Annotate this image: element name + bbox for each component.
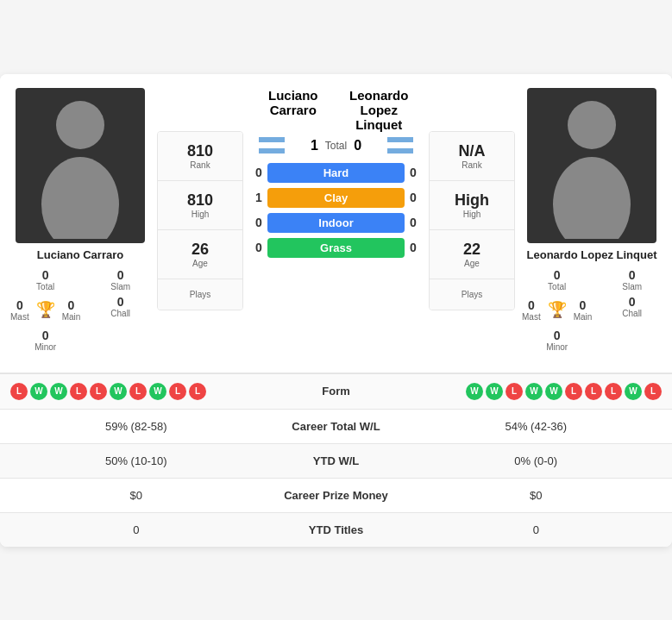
form-badge: L [70,383,87,400]
form-badge: W [30,383,47,400]
player2-name: Leonardo Lopez Linquet [527,248,657,261]
center-section: Luciano Carraro Leonardo Lopez Linquet 1… [247,88,425,352]
form-badge: L [90,383,107,400]
player2-card: Leonardo Lopez Linquet 0 Total 0 Slam 0 … [518,88,665,352]
form-badge: W [525,383,543,400]
player2-chall-value: 0 [629,295,636,309]
player2-chall-label: Chall [622,309,642,318]
form-badge: W [545,383,562,400]
player1-avatar [16,88,145,243]
form-badge: L [565,383,582,400]
player1-plays-label: Plays [190,290,210,299]
form-badge: L [644,383,662,400]
form-badge: L [10,383,28,400]
player2-main-value: 0 [580,298,587,312]
surface-p2-score: 0 [405,216,422,229]
player2-mast-label: Mast [522,312,541,322]
svg-point-2 [568,101,616,149]
player2-main-label: Main [574,312,593,322]
surface-rows: 0 Hard 0 1 Clay 0 0 Indoor 0 0 Grass 0 [250,163,422,258]
form-badge: L [585,383,602,400]
form-row: LWWLLWLWLLFormWWLWWLLLWL [0,374,672,410]
player2-age-value: 22 [463,241,480,259]
player1-high-label: High [192,210,210,219]
surface-row-grass: 0 Grass 0 [250,238,422,258]
player2-plays-stat: Plays [430,279,514,310]
surface-p2-score: 0 [405,241,422,254]
surface-p2-score: 0 [405,166,422,179]
player2-minor-label: Minor [546,342,568,352]
top-section: Luciano Carraro 0 Total 0 Slam 0 Mast 🏆 [0,74,672,366]
stat-label-3: YTD Titles [259,523,414,536]
player2-flag [379,137,422,154]
player1-name: Luciano Carraro [37,248,123,261]
surface-badge-indoor: Indoor [267,213,405,233]
player1-form-badges: LWWLLWLWLL [10,383,297,400]
player1-plays-stat: Plays [158,279,242,310]
stat-p2-value-2: $0 [414,489,659,502]
form-badge: L [605,383,622,400]
stats-row-1: 50% (10-10) YTD W/L 0% (0-0) [0,444,672,479]
form-label: Form [302,385,371,398]
player1-total-score: 1 [311,138,318,153]
stat-p2-value-3: 0 [414,523,659,536]
player2-high-label: High [463,210,481,219]
player1-slam-value: 0 [117,268,124,282]
player2-total-value: 0 [554,268,561,282]
player1-total-label: Total [36,282,54,291]
player2-plays-label: Plays [462,290,482,299]
form-badge: W [110,383,127,400]
player2-age-label: Age [464,259,480,268]
stat-p1-value-3: 0 [14,523,259,536]
player1-minor-label: Minor [35,342,56,352]
stat-label-0: Career Total W/L [259,420,414,433]
form-badge: L [169,383,186,400]
center-player2-name: Leonardo Lopez Linquet [336,88,423,132]
player1-chall-value: 0 [117,295,124,309]
player2-form-badges: WWLWWLLLWL [376,383,663,400]
player2-stats: 0 Total 0 Slam 0 Mast 🏆 0 Main [518,268,665,352]
stats-row-0: 59% (82-58) Career Total W/L 54% (42-36) [0,410,672,444]
stats-row-2: $0 Career Prize Money $0 [0,479,672,513]
player1-rank-value: 810 [187,142,213,160]
surface-badge-grass: Grass [267,238,405,258]
player1-slam-cell: 0 Slam [91,268,150,291]
player2-total-score: 0 [354,138,361,153]
player1-chall-cell: 0 Chall [91,295,150,325]
player1-stats: 0 Total 0 Slam 0 Mast 🏆 0 Main [7,268,154,352]
stat-p2-value-1: 0% (0-0) [414,454,659,467]
svg-point-3 [553,157,631,239]
surface-row-indoor: 0 Indoor 0 [250,213,422,233]
stat-p1-value-2: $0 [14,489,259,502]
surface-p1-score: 1 [250,191,267,204]
stat-label-2: Career Prize Money [259,489,414,502]
player2-mast-value: 0 [528,298,535,312]
player1-high-value: 810 [187,191,213,210]
player2-chall-cell: 0 Chall [602,295,662,325]
player1-main-label: Main [62,312,81,322]
stat-p1-value-0: 59% (82-58) [14,420,259,433]
player2-high-value: High [455,191,489,210]
stat-p2-value-0: 54% (42-36) [414,420,659,433]
player1-card: Luciano Carraro 0 Total 0 Slam 0 Mast 🏆 [7,88,154,352]
player1-mid-panel: 810 Rank 810 High 26 Age Plays [157,131,243,310]
player1-flag [250,137,293,154]
player1-rank-stat: 810 Rank [158,132,242,181]
trophy-icon-1: 🏆 [36,300,55,319]
player2-total-cell: 0 Total [522,268,592,291]
player1-minor-value: 0 [42,329,49,342]
player1-minor-cell: 0 Minor [10,329,80,352]
surface-p1-score: 0 [250,241,267,254]
stats-row-3: 0 YTD Titles 0 [0,513,672,547]
total-score-row: 1 Total 0 [293,138,380,153]
player2-slam-cell: 0 Slam [602,268,662,291]
player2-avatar [527,88,656,243]
player1-trophy-row: 0 Mast 🏆 0 Main [10,298,80,322]
player2-slam-value: 0 [629,268,636,282]
surface-p1-score: 0 [250,216,267,229]
player2-main-cell: 0 Main [574,298,593,322]
form-badge: W [486,383,503,400]
player1-age-stat: 26 Age [158,230,242,279]
player1-rank-label: Rank [190,160,210,170]
form-badge: L [506,383,523,400]
